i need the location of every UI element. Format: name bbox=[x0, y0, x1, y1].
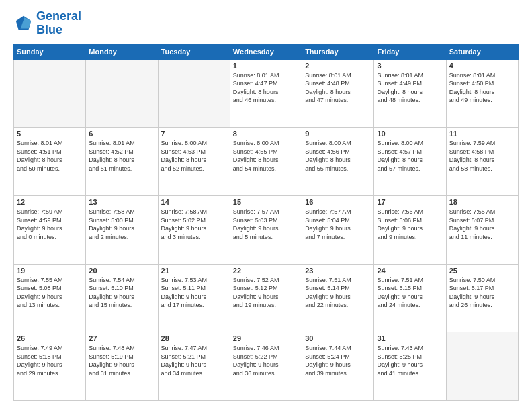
calendar-cell: 16Sunrise: 7:57 AM Sunset: 5:04 PM Dayli… bbox=[302, 195, 374, 264]
weekday-header-sunday: Sunday bbox=[14, 44, 86, 59]
day-number: 1 bbox=[233, 62, 299, 70]
calendar-cell: 14Sunrise: 7:58 AM Sunset: 5:02 PM Dayli… bbox=[158, 195, 230, 264]
day-info: Sunrise: 8:00 AM Sunset: 4:55 PM Dayligh… bbox=[233, 139, 299, 173]
day-number: 15 bbox=[233, 198, 299, 206]
day-number: 12 bbox=[17, 198, 83, 206]
day-number: 8 bbox=[233, 130, 299, 138]
day-info: Sunrise: 7:51 AM Sunset: 5:15 PM Dayligh… bbox=[377, 276, 443, 310]
calendar-cell: 27Sunrise: 7:48 AM Sunset: 5:19 PM Dayli… bbox=[86, 332, 158, 401]
day-number: 7 bbox=[161, 130, 227, 138]
calendar-cell: 5Sunrise: 8:01 AM Sunset: 4:51 PM Daylig… bbox=[14, 128, 86, 196]
weekday-header-monday: Monday bbox=[86, 44, 158, 59]
day-info: Sunrise: 7:50 AM Sunset: 5:17 PM Dayligh… bbox=[449, 276, 515, 310]
day-number: 23 bbox=[305, 267, 371, 275]
calendar-cell bbox=[86, 59, 158, 128]
day-info: Sunrise: 8:01 AM Sunset: 4:47 PM Dayligh… bbox=[233, 71, 299, 105]
day-number: 4 bbox=[449, 62, 515, 70]
calendar-table: SundayMondayTuesdayWednesdayThursdayFrid… bbox=[13, 44, 519, 401]
logo-text: General Blue bbox=[36, 10, 81, 37]
day-number: 14 bbox=[161, 198, 227, 206]
calendar-cell: 9Sunrise: 8:00 AM Sunset: 4:56 PM Daylig… bbox=[302, 128, 374, 196]
calendar-cell: 20Sunrise: 7:54 AM Sunset: 5:10 PM Dayli… bbox=[86, 264, 158, 332]
day-number: 24 bbox=[377, 267, 443, 275]
calendar-cell: 7Sunrise: 8:00 AM Sunset: 4:53 PM Daylig… bbox=[158, 128, 230, 196]
day-info: Sunrise: 8:01 AM Sunset: 4:48 PM Dayligh… bbox=[305, 71, 371, 105]
logo-icon bbox=[13, 13, 34, 34]
day-number: 9 bbox=[305, 130, 371, 138]
calendar-cell: 12Sunrise: 7:59 AM Sunset: 4:59 PM Dayli… bbox=[14, 195, 86, 264]
day-number: 26 bbox=[17, 334, 83, 342]
day-info: Sunrise: 7:53 AM Sunset: 5:11 PM Dayligh… bbox=[161, 276, 227, 310]
calendar-cell: 17Sunrise: 7:56 AM Sunset: 5:06 PM Dayli… bbox=[374, 195, 446, 264]
calendar-cell: 4Sunrise: 8:01 AM Sunset: 4:50 PM Daylig… bbox=[446, 59, 518, 128]
day-info: Sunrise: 7:48 AM Sunset: 5:19 PM Dayligh… bbox=[89, 344, 154, 377]
calendar-cell: 31Sunrise: 7:43 AM Sunset: 5:25 PM Dayli… bbox=[374, 332, 446, 401]
day-info: Sunrise: 8:01 AM Sunset: 4:52 PM Dayligh… bbox=[89, 139, 154, 173]
calendar-cell: 26Sunrise: 7:49 AM Sunset: 5:18 PM Dayli… bbox=[14, 332, 86, 401]
calendar-cell: 13Sunrise: 7:58 AM Sunset: 5:00 PM Dayli… bbox=[86, 195, 158, 264]
calendar-cell: 28Sunrise: 7:47 AM Sunset: 5:21 PM Dayli… bbox=[158, 332, 230, 401]
day-info: Sunrise: 8:01 AM Sunset: 4:49 PM Dayligh… bbox=[377, 71, 443, 105]
weekday-header-friday: Friday bbox=[374, 44, 446, 59]
calendar-cell: 6Sunrise: 8:01 AM Sunset: 4:52 PM Daylig… bbox=[86, 128, 158, 196]
logo: General Blue bbox=[13, 10, 81, 37]
day-number: 17 bbox=[377, 198, 443, 206]
day-number: 25 bbox=[449, 267, 515, 275]
day-number: 5 bbox=[17, 130, 83, 138]
day-number: 28 bbox=[161, 334, 227, 342]
day-number: 6 bbox=[89, 130, 154, 138]
day-number: 16 bbox=[305, 198, 371, 206]
calendar-cell: 11Sunrise: 7:59 AM Sunset: 4:58 PM Dayli… bbox=[446, 128, 518, 196]
weekday-header-saturday: Saturday bbox=[446, 44, 518, 59]
calendar-cell: 2Sunrise: 8:01 AM Sunset: 4:48 PM Daylig… bbox=[302, 59, 374, 128]
day-info: Sunrise: 8:01 AM Sunset: 4:51 PM Dayligh… bbox=[17, 139, 83, 173]
calendar-cell: 19Sunrise: 7:55 AM Sunset: 5:08 PM Dayli… bbox=[14, 264, 86, 332]
calendar-cell: 3Sunrise: 8:01 AM Sunset: 4:49 PM Daylig… bbox=[374, 59, 446, 128]
weekday-header-thursday: Thursday bbox=[302, 44, 374, 59]
weekday-header-wednesday: Wednesday bbox=[230, 44, 302, 59]
calendar-cell: 23Sunrise: 7:51 AM Sunset: 5:14 PM Dayli… bbox=[302, 264, 374, 332]
day-info: Sunrise: 7:44 AM Sunset: 5:24 PM Dayligh… bbox=[305, 344, 371, 377]
day-number: 19 bbox=[17, 267, 83, 275]
day-info: Sunrise: 8:00 AM Sunset: 4:57 PM Dayligh… bbox=[377, 139, 443, 173]
day-number: 27 bbox=[89, 334, 154, 342]
day-info: Sunrise: 8:00 AM Sunset: 4:56 PM Dayligh… bbox=[305, 139, 371, 173]
calendar-cell: 25Sunrise: 7:50 AM Sunset: 5:17 PM Dayli… bbox=[446, 264, 518, 332]
day-number: 18 bbox=[449, 198, 515, 206]
day-number: 11 bbox=[449, 130, 515, 138]
day-info: Sunrise: 7:56 AM Sunset: 5:06 PM Dayligh… bbox=[377, 208, 443, 241]
calendar-cell: 18Sunrise: 7:55 AM Sunset: 5:07 PM Dayli… bbox=[446, 195, 518, 264]
day-info: Sunrise: 7:57 AM Sunset: 5:03 PM Dayligh… bbox=[233, 208, 299, 241]
calendar-cell: 24Sunrise: 7:51 AM Sunset: 5:15 PM Dayli… bbox=[374, 264, 446, 332]
calendar-cell: 29Sunrise: 7:46 AM Sunset: 5:22 PM Dayli… bbox=[230, 332, 302, 401]
day-number: 20 bbox=[89, 267, 154, 275]
weekday-header-tuesday: Tuesday bbox=[158, 44, 230, 59]
calendar-cell: 15Sunrise: 7:57 AM Sunset: 5:03 PM Dayli… bbox=[230, 195, 302, 264]
day-number: 2 bbox=[305, 62, 371, 70]
day-info: Sunrise: 7:58 AM Sunset: 5:00 PM Dayligh… bbox=[89, 208, 154, 241]
day-info: Sunrise: 7:58 AM Sunset: 5:02 PM Dayligh… bbox=[161, 208, 227, 241]
day-info: Sunrise: 7:47 AM Sunset: 5:21 PM Dayligh… bbox=[161, 344, 227, 377]
day-info: Sunrise: 7:43 AM Sunset: 5:25 PM Dayligh… bbox=[377, 344, 443, 377]
calendar-cell bbox=[446, 332, 518, 401]
day-info: Sunrise: 7:46 AM Sunset: 5:22 PM Dayligh… bbox=[233, 344, 299, 377]
day-info: Sunrise: 7:52 AM Sunset: 5:12 PM Dayligh… bbox=[233, 276, 299, 310]
day-number: 30 bbox=[305, 334, 371, 342]
calendar-cell: 30Sunrise: 7:44 AM Sunset: 5:24 PM Dayli… bbox=[302, 332, 374, 401]
day-number: 3 bbox=[377, 62, 443, 70]
day-number: 22 bbox=[233, 267, 299, 275]
day-info: Sunrise: 7:55 AM Sunset: 5:07 PM Dayligh… bbox=[449, 208, 515, 241]
calendar-cell: 1Sunrise: 8:01 AM Sunset: 4:47 PM Daylig… bbox=[230, 59, 302, 128]
day-info: Sunrise: 7:59 AM Sunset: 4:58 PM Dayligh… bbox=[449, 139, 515, 173]
day-info: Sunrise: 7:55 AM Sunset: 5:08 PM Dayligh… bbox=[17, 276, 83, 310]
day-info: Sunrise: 8:01 AM Sunset: 4:50 PM Dayligh… bbox=[449, 71, 515, 105]
day-number: 21 bbox=[161, 267, 227, 275]
header: General Blue bbox=[13, 10, 519, 37]
day-number: 29 bbox=[233, 334, 299, 342]
calendar-cell: 21Sunrise: 7:53 AM Sunset: 5:11 PM Dayli… bbox=[158, 264, 230, 332]
day-info: Sunrise: 8:00 AM Sunset: 4:53 PM Dayligh… bbox=[161, 139, 227, 173]
calendar-cell: 8Sunrise: 8:00 AM Sunset: 4:55 PM Daylig… bbox=[230, 128, 302, 196]
calendar-cell bbox=[158, 59, 230, 128]
day-info: Sunrise: 7:49 AM Sunset: 5:18 PM Dayligh… bbox=[17, 344, 83, 377]
day-info: Sunrise: 7:51 AM Sunset: 5:14 PM Dayligh… bbox=[305, 276, 371, 310]
